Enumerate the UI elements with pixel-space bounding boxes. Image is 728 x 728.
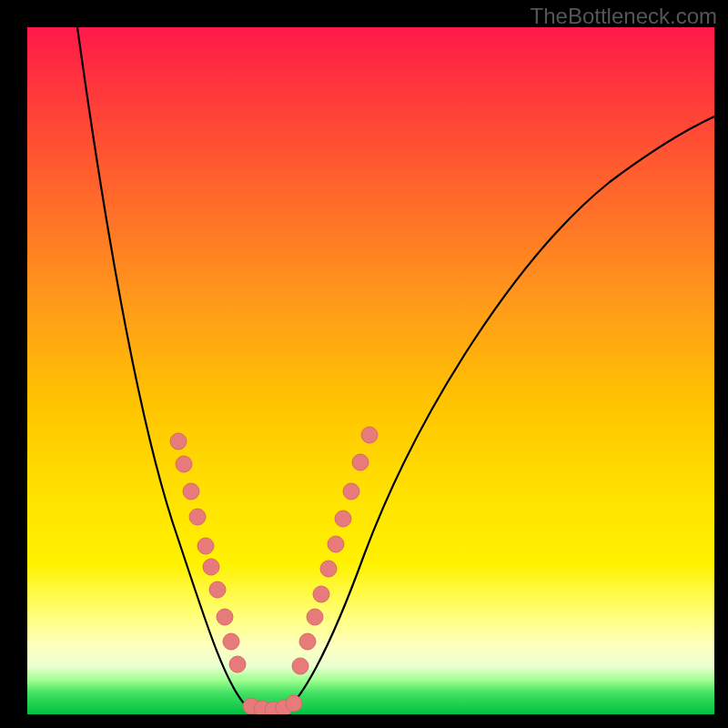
point-left-0 — [170, 433, 187, 450]
point-valley-4 — [286, 695, 302, 712]
point-left-4 — [197, 538, 214, 554]
point-left-7 — [217, 609, 233, 625]
point-left-1 — [176, 456, 192, 472]
point-right-4 — [320, 561, 337, 577]
left-curve — [77, 27, 264, 712]
point-left-6 — [209, 581, 226, 598]
point-right-5 — [328, 536, 344, 552]
right-curve — [284, 116, 714, 712]
point-left-2 — [183, 483, 199, 500]
point-left-5 — [203, 559, 219, 575]
point-right-3 — [313, 586, 329, 602]
point-right-6 — [335, 511, 351, 527]
watermark-text: TheBottleneck.com — [531, 4, 717, 29]
point-right-8 — [352, 454, 369, 470]
point-left-8 — [223, 633, 239, 650]
point-right-1 — [299, 633, 316, 650]
points-layer — [170, 427, 378, 714]
point-right-0 — [292, 658, 308, 674]
point-right-7 — [343, 483, 359, 500]
point-left-3 — [189, 509, 206, 525]
chart-frame: TheBottleneck.com — [0, 0, 728, 728]
plot-area — [27, 27, 714, 714]
curves-svg — [27, 27, 714, 714]
point-right-9 — [361, 427, 378, 443]
point-right-2 — [307, 609, 323, 625]
point-left-9 — [229, 656, 246, 672]
